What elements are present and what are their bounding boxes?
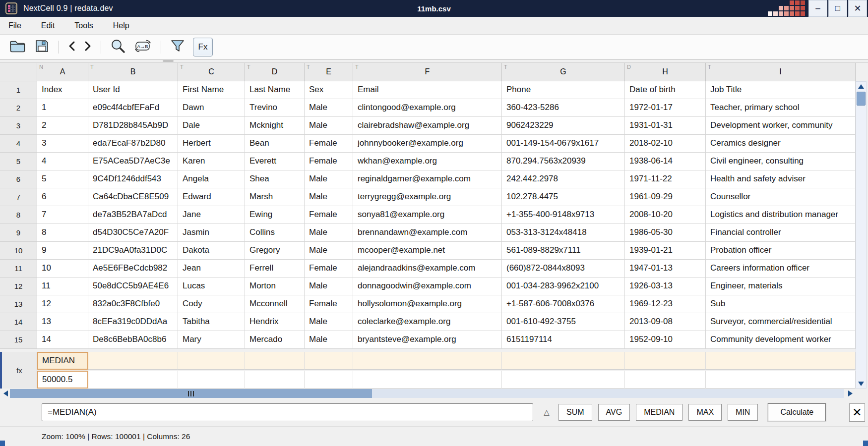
cell[interactable]: 3 bbox=[37, 135, 88, 153]
cell[interactable]: 870.294.7563x20939 bbox=[502, 153, 625, 170]
row-header[interactable]: 8 bbox=[0, 206, 37, 224]
cell[interactable]: Cody bbox=[178, 295, 245, 313]
cell[interactable]: brennandawn@example.com bbox=[353, 224, 502, 242]
cell[interactable]: donnagoodwin@example.com bbox=[353, 278, 502, 295]
cell[interactable]: 1961-09-29 bbox=[625, 188, 706, 206]
cell[interactable]: bryantsteve@example.org bbox=[353, 331, 502, 349]
cell[interactable]: 13 bbox=[37, 313, 88, 331]
cell[interactable]: 053-313-3124x48418 bbox=[502, 224, 625, 242]
cell[interactable]: 14 bbox=[37, 331, 88, 349]
cell[interactable]: Male bbox=[305, 99, 353, 117]
cell[interactable]: Ca64cDbaCE8E509 bbox=[88, 188, 178, 206]
open-file-button[interactable] bbox=[9, 39, 26, 56]
cell[interactable]: 9 bbox=[37, 242, 88, 260]
cell[interactable]: 6151197114 bbox=[502, 331, 625, 349]
cell[interactable]: Mercado bbox=[245, 331, 305, 349]
cell[interactable]: D781D28b845Ab9D bbox=[88, 117, 178, 135]
column-header-E[interactable]: TE bbox=[305, 63, 353, 81]
cell[interactable]: clairebradshaw@example.org bbox=[353, 117, 502, 135]
avg-button[interactable]: AVG bbox=[598, 404, 630, 421]
calculate-button[interactable]: Calculate bbox=[768, 403, 826, 421]
cell[interactable]: Sex bbox=[305, 81, 353, 99]
maximize-button[interactable]: □ bbox=[828, 0, 847, 17]
row-header[interactable]: 3 bbox=[0, 117, 37, 135]
sum-button[interactable]: SUM bbox=[558, 404, 592, 421]
back-button[interactable] bbox=[68, 41, 76, 54]
cell[interactable]: Dakota bbox=[178, 242, 245, 260]
fx-empty-cell[interactable] bbox=[245, 371, 305, 389]
column-header-G[interactable]: TG bbox=[502, 63, 625, 81]
select-all-corner[interactable] bbox=[0, 63, 37, 81]
cell[interactable]: Marsh bbox=[245, 188, 305, 206]
fx-empty-cell[interactable] bbox=[625, 371, 706, 389]
cell[interactable]: reginaldgarner@example.com bbox=[353, 170, 502, 188]
column-header-A[interactable]: NA bbox=[37, 63, 88, 81]
scroll-up-button[interactable] bbox=[856, 82, 866, 91]
cell[interactable]: Collins bbox=[245, 224, 305, 242]
cell[interactable]: Tabitha bbox=[178, 313, 245, 331]
cell[interactable]: d54D30C5Ce7A20F bbox=[88, 224, 178, 242]
cell[interactable]: Civil engineer, consulting bbox=[706, 153, 856, 170]
row-header[interactable]: 9 bbox=[0, 224, 37, 242]
cell[interactable]: Trevino bbox=[245, 99, 305, 117]
cell[interactable]: Engineer, materials bbox=[706, 278, 856, 295]
cell[interactable]: Female bbox=[305, 260, 353, 278]
cell[interactable]: Email bbox=[353, 81, 502, 99]
cell[interactable]: Probation officer bbox=[706, 242, 856, 260]
row-header[interactable]: 11 bbox=[0, 260, 37, 278]
cell[interactable]: 9C4Df1246ddf543 bbox=[88, 170, 178, 188]
fx-function-cell[interactable]: MEDIAN bbox=[37, 352, 88, 370]
cell[interactable]: Female bbox=[305, 206, 353, 224]
cell[interactable]: 11 bbox=[37, 278, 88, 295]
cell[interactable]: 6 bbox=[37, 188, 88, 206]
cell[interactable]: 2013-09-08 bbox=[625, 313, 706, 331]
cell[interactable]: De8c6BebBA0c8b6 bbox=[88, 331, 178, 349]
cell[interactable]: johnnybooker@example.org bbox=[353, 135, 502, 153]
bottom-right-grip[interactable] bbox=[863, 441, 868, 446]
scroll-right-button[interactable] bbox=[846, 390, 854, 397]
cell[interactable]: Dale bbox=[178, 117, 245, 135]
search-button[interactable] bbox=[110, 38, 126, 56]
fx-empty-cell[interactable] bbox=[353, 371, 502, 389]
column-header-H[interactable]: DH bbox=[625, 63, 706, 81]
window-close-button[interactable]: ✕ bbox=[848, 0, 867, 17]
column-header-I[interactable]: TI bbox=[706, 63, 856, 81]
cell[interactable]: 1926-03-13 bbox=[625, 278, 706, 295]
cell[interactable]: 1969-12-23 bbox=[625, 295, 706, 313]
cell[interactable]: 10 bbox=[37, 260, 88, 278]
fx-empty-cell[interactable] bbox=[353, 352, 502, 370]
column-header-B[interactable]: TB bbox=[88, 63, 178, 81]
menu-tools[interactable]: Tools bbox=[73, 20, 94, 31]
cell[interactable]: Surveyor, commercial/residential bbox=[706, 313, 856, 331]
cell[interactable]: hollysolomon@example.org bbox=[353, 295, 502, 313]
cell[interactable]: Sub bbox=[706, 295, 856, 313]
fx-empty-cell[interactable] bbox=[245, 352, 305, 370]
column-header-C[interactable]: TC bbox=[178, 63, 245, 81]
cell[interactable]: Gregory bbox=[245, 242, 305, 260]
fx-empty-cell[interactable] bbox=[305, 371, 353, 389]
cell[interactable]: Male bbox=[305, 117, 353, 135]
expand-toggle[interactable]: △ bbox=[541, 408, 552, 417]
cell[interactable]: 1971-11-22 bbox=[625, 170, 706, 188]
cell[interactable]: Phone bbox=[502, 81, 625, 99]
cell[interactable]: Jean bbox=[178, 260, 245, 278]
cell[interactable]: Edward bbox=[178, 188, 245, 206]
cell[interactable]: sonya81@example.org bbox=[353, 206, 502, 224]
cell[interactable]: 242.442.2978 bbox=[502, 170, 625, 188]
cell[interactable]: Ewing bbox=[245, 206, 305, 224]
row-header[interactable]: 6 bbox=[0, 170, 37, 188]
cell[interactable]: 21DC9aA0fa31D0C bbox=[88, 242, 178, 260]
cell[interactable]: 12 bbox=[37, 295, 88, 313]
cell[interactable]: Teacher, primary school bbox=[706, 99, 856, 117]
cell[interactable]: Date of birth bbox=[625, 81, 706, 99]
top-scrollbar-thumb[interactable] bbox=[163, 60, 174, 62]
cell[interactable]: 1972-01-17 bbox=[625, 99, 706, 117]
scroll-down-button[interactable] bbox=[856, 379, 866, 388]
cell[interactable]: Male bbox=[305, 313, 353, 331]
filter-button[interactable] bbox=[170, 39, 185, 56]
row-header[interactable]: 4 bbox=[0, 135, 37, 153]
cell[interactable]: 001-610-492-3755 bbox=[502, 313, 625, 331]
cell[interactable]: Logistics and distribution manager bbox=[706, 206, 856, 224]
cell[interactable]: Hendrix bbox=[245, 313, 305, 331]
cell[interactable]: 9062423229 bbox=[502, 117, 625, 135]
